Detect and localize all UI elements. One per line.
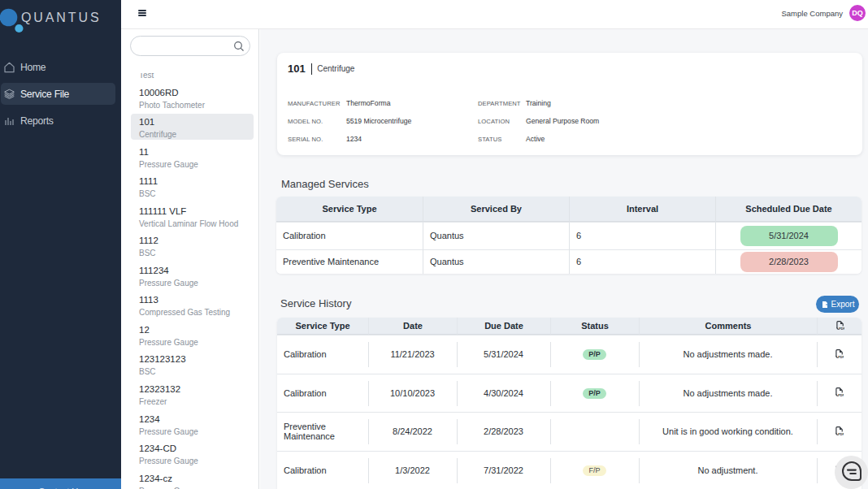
svg-text:PDF: PDF [838, 394, 844, 396]
svg-text:PDF: PDF [838, 356, 844, 358]
svg-text:PDF: PDF [839, 327, 844, 329]
svg-text:PDF: PDF [838, 433, 844, 435]
